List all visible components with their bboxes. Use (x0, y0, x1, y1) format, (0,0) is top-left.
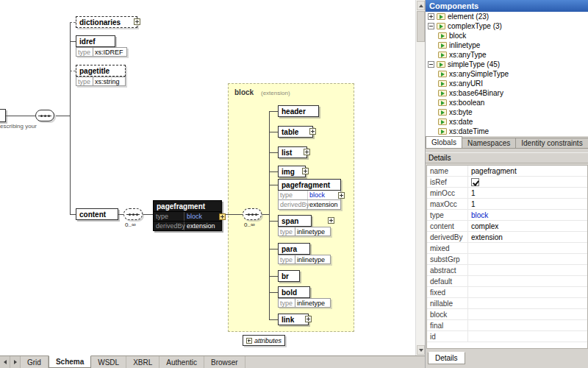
type-value: inlinetype (295, 227, 331, 236)
simpletype-icon (438, 80, 447, 87)
collapse-icon[interactable] (428, 23, 434, 29)
element-table[interactable]: table (278, 126, 313, 138)
type-key: type (154, 212, 184, 221)
property-value[interactable]: pagefragment (468, 166, 587, 176)
expand-plus-icon[interactable] (305, 316, 312, 322)
view-tab-grid[interactable]: Grid (21, 356, 49, 368)
tree-item-xs-byte[interactable]: xs:byte (426, 107, 588, 117)
expand-plus-icon[interactable] (134, 18, 140, 25)
element-para[interactable]: para (278, 243, 310, 255)
connector (269, 292, 278, 293)
element-pagetitle[interactable]: pagetitle (76, 65, 126, 77)
property-value[interactable] (468, 287, 587, 297)
element-pagefragment-selected[interactable]: pagefragment type block derivedBy extens… (153, 200, 222, 231)
property-value[interactable] (468, 276, 587, 286)
property-value[interactable]: extension (468, 232, 587, 242)
element-list[interactable]: list (278, 146, 307, 158)
tree-item-simpletype[interactable]: simpleType (45) (426, 60, 588, 69)
tab-scroll-right-button[interactable] (10, 356, 21, 368)
idref-type-row: type xs:IDREF (76, 47, 127, 57)
tab-globals[interactable]: Globals (426, 136, 462, 149)
tree-item-element[interactable]: element (23) (426, 12, 588, 21)
property-value[interactable] (468, 254, 587, 264)
expand-icon[interactable] (428, 13, 434, 20)
property-row: namepagefragment (427, 166, 587, 177)
tab-namespaces[interactable]: Namespaces (462, 138, 516, 149)
details-bottom-tab[interactable]: Details (428, 352, 465, 364)
property-value[interactable]: block (468, 210, 587, 220)
collapse-icon[interactable] (428, 61, 434, 68)
connector (223, 214, 243, 215)
element-dictionaries[interactable]: dictionaries (76, 16, 137, 28)
left-arrow-icon (4, 360, 7, 364)
expand-plus-icon[interactable] (302, 168, 309, 174)
property-name: isRef (427, 177, 468, 187)
attributes-box[interactable]: attributes (243, 335, 285, 346)
tree-item-xs-anyuri[interactable]: xs:anyURI (426, 79, 588, 88)
element-link[interactable]: link (278, 314, 309, 325)
expand-plus-icon[interactable] (309, 128, 316, 135)
property-value[interactable] (468, 177, 587, 187)
tree-item-block[interactable]: block (426, 31, 588, 40)
scrollbar-thumb[interactable] (417, 11, 425, 42)
tab-identity-constraints[interactable]: Identity constraints (516, 138, 588, 149)
sequence-compositor-icon[interactable] (35, 110, 54, 121)
tree-item-xs-anysimpletype[interactable]: xs:anySimpleType (426, 69, 588, 79)
pagefragment-title[interactable]: pagefragment (278, 179, 341, 191)
tree-item-label: xs:anyURI (449, 79, 483, 88)
property-name: abstract (427, 265, 468, 275)
repeat-compositor-icon[interactable] (243, 208, 262, 220)
property-value[interactable] (468, 265, 587, 275)
expand-plus-icon[interactable] (338, 192, 345, 199)
tree-item-xs-boolean[interactable]: xs:boolean (426, 98, 588, 107)
element-br[interactable]: br (278, 270, 300, 282)
view-tab-wsdl[interactable]: WSDL (91, 356, 126, 368)
tree-item-xs-anytype[interactable]: xs:anyType (426, 50, 588, 60)
connector (269, 319, 278, 320)
root-element-partial[interactable] (0, 109, 6, 122)
expand-plus-icon[interactable] (219, 213, 226, 220)
element-content[interactable]: content (76, 208, 118, 220)
connector (269, 111, 278, 112)
property-value[interactable] (468, 298, 587, 308)
tree-item-xs-date[interactable]: xs:date (426, 117, 588, 127)
element-pagefragment-child[interactable]: pagefragment type block derivedBy extens… (278, 179, 341, 210)
element-bold[interactable]: bold (278, 286, 310, 298)
connector (70, 71, 76, 71)
property-value[interactable] (468, 243, 587, 253)
view-tab-authentic[interactable]: Authentic (159, 356, 204, 368)
view-tab-browser[interactable]: Browser (204, 356, 245, 368)
simpletype-icon (438, 71, 447, 77)
scroll-up-button[interactable] (417, 1, 425, 10)
scroll-down-button[interactable] (417, 345, 425, 355)
type-key: type (76, 77, 93, 86)
property-value[interactable]: 1 (468, 188, 587, 198)
repeat-compositor-icon[interactable] (123, 208, 143, 220)
tree-item-inlinetype[interactable]: inlinetype (426, 40, 588, 50)
type-value: inlinetype (295, 255, 331, 264)
view-tab-xbrl[interactable]: XBRL (126, 356, 159, 368)
tree-item-xs-base64binary[interactable]: xs:base64Binary (426, 88, 588, 98)
property-value[interactable]: complex (468, 221, 587, 231)
tab-scroll-left-button[interactable] (0, 356, 10, 368)
expand-plus-icon[interactable] (246, 338, 252, 344)
property-value[interactable] (468, 309, 587, 319)
expand-plus-icon[interactable] (304, 149, 310, 155)
derived-value: extension (184, 222, 221, 230)
property-value[interactable]: 1 (468, 199, 587, 209)
property-value[interactable] (468, 331, 587, 342)
vertical-scrollbar[interactable] (415, 0, 425, 355)
tree-item-complextype[interactable]: complexType (3) (426, 21, 588, 31)
element-span[interactable]: span (278, 215, 312, 227)
element-idref[interactable]: idref (76, 35, 115, 47)
view-tab-schema[interactable]: Schema (49, 355, 91, 368)
isref-checkbox[interactable] (471, 178, 479, 186)
bold-type-row: type inlinetype (278, 298, 331, 308)
property-name: default (427, 276, 468, 286)
expand-plus-icon[interactable] (328, 217, 334, 224)
simpletype-icon (437, 61, 445, 68)
property-value[interactable] (468, 320, 587, 330)
tree-item-xs-datetime[interactable]: xs:dateTime (426, 127, 588, 136)
element-header[interactable]: header (278, 105, 319, 117)
pagefragment-title[interactable]: pagefragment (153, 200, 222, 212)
